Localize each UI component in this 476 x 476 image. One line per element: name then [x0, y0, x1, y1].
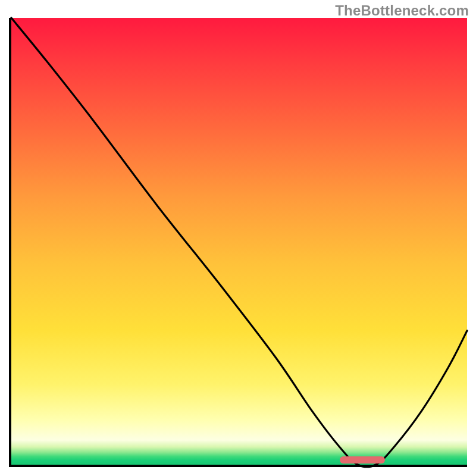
chart-container: TheBottleneck.com [0, 0, 476, 476]
optimum-marker [340, 456, 386, 464]
bottleneck-curve [11, 18, 467, 465]
plot-area [9, 18, 467, 467]
curve-path [11, 18, 467, 467]
watermark-text: TheBottleneck.com [335, 2, 469, 19]
